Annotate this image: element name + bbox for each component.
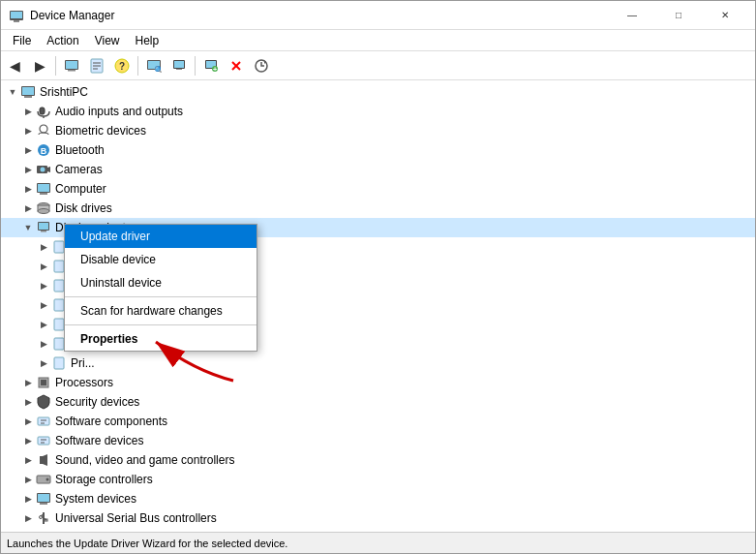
toolbar-add[interactable]: + bbox=[199, 54, 223, 77]
system-expand-icon[interactable]: ▶ bbox=[20, 491, 36, 507]
pri-expand-icon[interactable]: ▶ bbox=[36, 355, 51, 371]
ctx-update-driver[interactable]: Update driver bbox=[65, 225, 257, 248]
fi-expand-icon[interactable]: ▶ bbox=[36, 239, 51, 255]
minimize-button[interactable]: — bbox=[610, 1, 654, 30]
mo-expand-icon[interactable]: ▶ bbox=[36, 317, 51, 332]
tree-item-processors[interactable]: ▶ Processors bbox=[1, 373, 755, 392]
cameras-label: Cameras bbox=[55, 163, 103, 176]
svg-rect-2 bbox=[14, 20, 19, 22]
toolbar-remove[interactable] bbox=[225, 54, 248, 77]
svg-rect-45 bbox=[54, 241, 64, 253]
ctx-uninstall-device[interactable]: Uninstall device bbox=[65, 271, 257, 294]
audio-expand-icon[interactable]: ▶ bbox=[20, 104, 36, 119]
display-expand-icon[interactable]: ▼ bbox=[20, 220, 36, 235]
biometric-icon bbox=[36, 123, 51, 138]
cameras-expand-icon[interactable]: ▶ bbox=[20, 162, 36, 177]
svg-rect-28 bbox=[24, 96, 32, 98]
tree-item-pri[interactable]: ▶ Pri... bbox=[1, 354, 755, 373]
mi-expand-icon[interactable]: ▶ bbox=[36, 297, 51, 313]
svg-rect-49 bbox=[54, 319, 64, 330]
tree-item-disk[interactable]: ▶ Disk drives bbox=[1, 199, 755, 218]
toolbar-properties[interactable] bbox=[85, 54, 108, 77]
tree-item-usb-controllers[interactable]: ▶ Universal Serial Bus controllers bbox=[1, 508, 755, 528]
usb-devices-label: Universal Serial Bus devices bbox=[55, 531, 202, 532]
svg-rect-50 bbox=[54, 338, 64, 350]
svg-rect-60 bbox=[40, 456, 43, 464]
toolbar: ◀ ▶ ? 🔍 + bbox=[1, 51, 755, 80]
toolbar-sep-2 bbox=[137, 56, 138, 76]
root-expand-icon[interactable]: ▼ bbox=[5, 84, 20, 100]
svg-rect-29 bbox=[40, 108, 45, 114]
system-icon bbox=[36, 491, 51, 507]
menu-help[interactable]: Help bbox=[128, 30, 167, 51]
tree-item-storage[interactable]: ▶ Storage controllers bbox=[1, 470, 755, 489]
toolbar-scan[interactable]: 🔍 bbox=[142, 54, 166, 77]
root-computer-icon bbox=[20, 84, 36, 100]
svg-rect-38 bbox=[40, 193, 47, 195]
svg-rect-1 bbox=[11, 12, 22, 18]
ctx-disable-device[interactable]: Disable device bbox=[65, 248, 257, 271]
close-button[interactable]: ✕ bbox=[703, 1, 747, 30]
svg-rect-18 bbox=[176, 69, 182, 70]
ctx-scan-hardware[interactable]: Scan for hardware changes bbox=[65, 299, 257, 323]
security-icon bbox=[36, 394, 51, 410]
toolbar-computer[interactable] bbox=[60, 54, 83, 77]
disk-expand-icon[interactable]: ▶ bbox=[20, 200, 36, 216]
toolbar-sep-3 bbox=[195, 56, 196, 76]
svg-rect-43 bbox=[39, 223, 48, 230]
tree-item-computer[interactable]: ▶ Computer bbox=[1, 179, 755, 199]
usb-devices-expand-icon[interactable]: ▶ bbox=[20, 530, 36, 532]
tree-item-security[interactable]: ▶ Security devices bbox=[1, 392, 755, 412]
storage-expand-icon[interactable]: ▶ bbox=[20, 472, 36, 487]
usb-controllers-icon bbox=[36, 510, 51, 526]
hu-expand-icon[interactable]: ▶ bbox=[36, 259, 51, 274]
tree-root[interactable]: ▼ SrishtiPC bbox=[1, 82, 755, 102]
content-area: ▼ SrishtiPC ▶ Audio inputs and outputs ▶ bbox=[1, 80, 755, 532]
usb-controllers-label: Universal Serial Bus controllers bbox=[55, 511, 217, 525]
usb-controllers-expand-icon[interactable]: ▶ bbox=[20, 510, 36, 526]
software-components-expand-icon[interactable]: ▶ bbox=[20, 414, 36, 429]
storage-label: Storage controllers bbox=[55, 473, 153, 486]
menu-file[interactable]: File bbox=[5, 30, 39, 51]
biometric-expand-icon[interactable]: ▶ bbox=[20, 123, 36, 138]
status-text: Launches the Update Driver Wizard for th… bbox=[7, 538, 287, 549]
processors-icon bbox=[36, 375, 51, 390]
ctx-properties[interactable]: Properties bbox=[65, 327, 257, 351]
toolbar-update[interactable] bbox=[250, 54, 273, 77]
menu-view[interactable]: View bbox=[87, 30, 128, 51]
tree-item-usb-devices[interactable]: ▶ Universal Serial Bus devices bbox=[1, 528, 755, 532]
maximize-button[interactable]: □ bbox=[656, 1, 701, 30]
sound-label: Sound, video and game controllers bbox=[55, 453, 234, 467]
software-devices-expand-icon[interactable]: ▶ bbox=[20, 433, 36, 448]
computer-expand-icon[interactable]: ▶ bbox=[20, 181, 36, 197]
svg-rect-57 bbox=[38, 437, 49, 445]
sound-icon bbox=[36, 452, 51, 468]
toolbar-back[interactable]: ◀ bbox=[3, 54, 26, 77]
svg-rect-64 bbox=[38, 494, 49, 502]
tree-item-audio[interactable]: ▶ Audio inputs and outputs bbox=[1, 102, 755, 121]
tree-item-software-components[interactable]: ▶ Software components bbox=[1, 412, 755, 431]
toolbar-help[interactable]: ? bbox=[110, 54, 134, 77]
svg-rect-54 bbox=[38, 417, 49, 425]
security-expand-icon[interactable]: ▶ bbox=[20, 394, 36, 410]
ne-expand-icon[interactable]: ▶ bbox=[36, 336, 51, 352]
ke-expand-icon[interactable]: ▶ bbox=[36, 278, 51, 293]
tree-item-software-devices[interactable]: ▶ Software devices bbox=[1, 431, 755, 450]
title-controls: — □ ✕ bbox=[610, 1, 747, 30]
bluetooth-expand-icon[interactable]: ▶ bbox=[20, 142, 36, 158]
tree-item-sound[interactable]: ▶ Sound, video and game controllers bbox=[1, 450, 755, 470]
tree-item-cameras[interactable]: ▶ Cameras bbox=[1, 160, 755, 179]
tree-item-biometric[interactable]: ▶ Biometric devices bbox=[1, 121, 755, 140]
tree-item-system[interactable]: ▶ System devices bbox=[1, 489, 755, 508]
tree-item-bluetooth[interactable]: ▶ B Bluetooth bbox=[1, 140, 755, 160]
security-label: Security devices bbox=[55, 395, 139, 409]
svg-point-62 bbox=[46, 478, 49, 481]
audio-icon bbox=[36, 104, 51, 119]
toolbar-monitor[interactable] bbox=[167, 54, 191, 77]
toolbar-forward[interactable]: ▶ bbox=[28, 54, 51, 77]
window-title: Device Manager bbox=[30, 9, 114, 22]
processors-expand-icon[interactable]: ▶ bbox=[20, 375, 36, 390]
sound-expand-icon[interactable]: ▶ bbox=[20, 452, 36, 468]
menu-action[interactable]: Action bbox=[39, 30, 86, 51]
menu-bar: File Action View Help bbox=[1, 30, 755, 51]
